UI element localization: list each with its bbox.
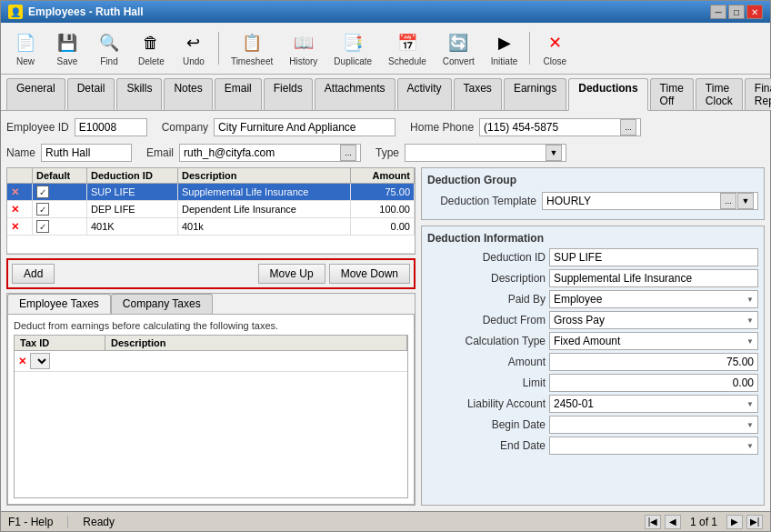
tax-row[interactable]: ✕ <box>15 351 407 372</box>
di-select-end-date[interactable]: ▼ <box>549 437 758 455</box>
delete-label: Delete <box>138 56 165 66</box>
tax-del-btn[interactable]: ✕ <box>18 356 26 367</box>
type-group: Type ▼ <box>375 144 566 162</box>
tab-detail[interactable]: Detail <box>67 78 115 110</box>
tab-fields[interactable]: Fields <box>264 78 313 110</box>
table-header: Default Deduction ID Description Amount <box>7 168 415 184</box>
tax-col-id: Tax ID <box>15 336 105 350</box>
tax-id-select[interactable] <box>30 353 50 369</box>
timesheet-button[interactable]: 📋 Timesheet <box>225 26 279 70</box>
schedule-button[interactable]: 📅 Schedule <box>382 26 433 70</box>
tab-taxes[interactable]: Taxes <box>454 78 502 110</box>
undo-button[interactable]: ↩ Undo <box>175 26 213 70</box>
tab-notes[interactable]: Notes <box>164 78 212 110</box>
di-value-limit[interactable] <box>549 374 758 392</box>
nav-first-button[interactable]: |◀ <box>645 515 661 529</box>
nav-last-button[interactable]: ▶| <box>746 515 763 529</box>
convert-button[interactable]: 🔄 Convert <box>436 26 481 70</box>
di-select-liability[interactable]: 2450-01 ▼ <box>549 395 758 413</box>
row2-desc: Dependent Life Insurance <box>178 201 351 217</box>
tab-general[interactable]: General <box>6 78 65 110</box>
move-up-button[interactable]: Move Up <box>258 264 325 284</box>
type-btn[interactable]: ▼ <box>546 145 562 161</box>
maximize-button[interactable]: □ <box>728 5 745 19</box>
row2-del[interactable]: ✕ <box>7 201 33 217</box>
di-row-calc-type: Calculation Type Fixed Amount ▼ <box>427 332 758 350</box>
action-row: Add Move Up Move Down <box>6 258 416 289</box>
initiate-button[interactable]: ▶ Initiate <box>485 26 524 70</box>
find-label: Find <box>100 56 117 66</box>
limit-input[interactable] <box>554 376 754 389</box>
template-dropdown-btn[interactable]: ▼ <box>737 193 754 209</box>
delete-button[interactable]: 🗑 Delete <box>132 26 171 70</box>
tax-section: Employee Taxes Company Taxes Deduct from… <box>6 293 416 506</box>
row1-del[interactable]: ✕ <box>7 184 33 200</box>
tab-skills[interactable]: Skills <box>116 78 162 110</box>
tab-employee-taxes[interactable]: Employee Taxes <box>7 294 111 314</box>
template-browse-btn[interactable]: ... <box>720 193 736 209</box>
name-group: Name Ruth Hall <box>6 144 132 162</box>
home-phone-btn[interactable]: ... <box>620 119 636 136</box>
row2-checkbox[interactable]: ✓ <box>36 203 49 216</box>
tab-earnings[interactable]: Earnings <box>504 78 566 110</box>
tab-attachments[interactable]: Attachments <box>315 78 396 110</box>
find-button[interactable]: 🔍 Find <box>90 26 128 70</box>
status-left: F1 - Help Ready <box>8 516 115 528</box>
move-down-button[interactable]: Move Down <box>329 264 410 284</box>
status-bar: F1 - Help Ready |◀ ◀ 1 of 1 ▶ ▶| <box>1 511 770 531</box>
new-icon: 📄 <box>13 30 38 55</box>
tab-deductions[interactable]: Deductions <box>568 78 647 111</box>
email-btn[interactable]: ... <box>340 145 356 161</box>
end-date-arrow: ▼ <box>746 442 754 450</box>
col-amount: Amount <box>351 168 415 183</box>
tab-activity[interactable]: Activity <box>397 78 452 110</box>
history-button[interactable]: 📖 History <box>283 26 324 70</box>
close-window-button[interactable]: ✕ <box>746 5 763 19</box>
email-input[interactable] <box>184 146 340 159</box>
nav-next-button[interactable]: ▶ <box>726 515 743 529</box>
row3-checkbox[interactable]: ✓ <box>36 220 49 233</box>
tab-email[interactable]: Email <box>215 78 262 110</box>
tab-time-off[interactable]: Time Off <box>650 78 694 110</box>
template-select[interactable]: HOURLY ... ▼ <box>542 192 758 210</box>
tax-description: Deduct from earnings before calculating … <box>14 320 408 331</box>
tax-col-desc: Description <box>105 336 407 350</box>
di-label-liability: Liability Account <box>427 397 546 410</box>
close-button[interactable]: ✕ Close <box>536 26 574 70</box>
di-select-calc-type[interactable]: Fixed Amount ▼ <box>549 332 758 350</box>
tab-financial-reports[interactable]: Financial Reports <box>745 78 771 110</box>
minimize-button[interactable]: ─ <box>710 5 726 19</box>
toolbar-sep-1 <box>218 32 219 65</box>
tax-row-desc <box>105 351 407 371</box>
name-value: Ruth Hall <box>41 144 132 162</box>
table-row[interactable]: ✕ ✓ SUP LIFE Supplemental Life Insurance… <box>7 184 415 201</box>
add-button[interactable]: Add <box>12 264 55 284</box>
tab-company-taxes[interactable]: Company Taxes <box>111 294 213 314</box>
page-info: 1 of 1 <box>690 516 717 528</box>
amount-input[interactable] <box>554 356 754 368</box>
di-select-paid-by[interactable]: Employee ▼ <box>549 290 758 308</box>
table-row[interactable]: ✕ ✓ 401K 401k 0.00 <box>7 218 415 236</box>
di-row-liability: Liability Account 2450-01 ▼ <box>427 395 758 413</box>
di-row-limit: Limit <box>427 374 758 392</box>
tax-table: Tax ID Description ✕ <box>14 335 408 498</box>
right-panel: Deduction Group Deduction Template HOURL… <box>421 167 765 506</box>
tab-time-clock[interactable]: Time Clock <box>696 78 743 110</box>
table-row[interactable]: ✕ ✓ DEP LIFE Dependent Life Insurance 10… <box>7 201 415 218</box>
type-input[interactable] <box>409 146 546 159</box>
row1-amount: 75.00 <box>351 184 415 200</box>
di-select-deduct-from[interactable]: Gross Pay ▼ <box>549 311 758 329</box>
calc-type-arrow: ▼ <box>746 337 754 346</box>
tax-content: Deduct from earnings before calculating … <box>7 314 415 505</box>
row3-del[interactable]: ✕ <box>7 218 33 235</box>
di-value-amount[interactable] <box>549 353 758 371</box>
status-right: |◀ ◀ 1 of 1 ▶ ▶| <box>645 515 763 529</box>
nav-prev-button[interactable]: ◀ <box>665 515 681 529</box>
new-button[interactable]: 📄 New <box>6 26 45 70</box>
di-select-begin-date[interactable]: ▼ <box>549 416 758 434</box>
save-button[interactable]: 💾 Save <box>48 26 86 70</box>
convert-label: Convert <box>443 56 475 66</box>
row1-checkbox[interactable]: ✓ <box>36 186 49 198</box>
duplicate-button[interactable]: 📑 Duplicate <box>327 26 378 70</box>
home-phone-input[interactable] <box>484 121 620 134</box>
